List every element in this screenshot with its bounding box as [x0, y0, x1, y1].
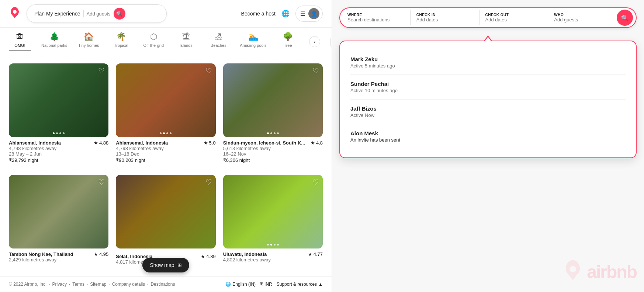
footer-support[interactable]: Support & resources ▲	[277, 282, 323, 287]
where-field[interactable]: Where Search destinations	[342, 10, 410, 25]
guest-status-2: Active 10 minutes ago	[350, 88, 626, 93]
listing-image-3	[223, 63, 323, 137]
listing-row-1: Abiansemal, Indonesia ★ 4.88	[9, 140, 108, 146]
listing-rating-6: ★ 4.77	[308, 251, 323, 257]
search-bar-text: Plan My Experience	[34, 11, 80, 17]
dot-indicators-2	[160, 132, 172, 134]
listing-image-2	[116, 63, 215, 137]
user-menu[interactable]: ☰ 👤	[295, 6, 323, 22]
wishlist-button-5[interactable]: ♡	[205, 178, 212, 186]
guest-name-2: Sunder Pechai	[350, 81, 626, 87]
wishlist-button-2[interactable]: ♡	[205, 67, 212, 74]
listing-card-2[interactable]: ♡ Abiansemal, Indonesia ★ 5.0 4,798 kilo…	[116, 63, 215, 167]
footer-right: 🌐 English (IN) ₹ INR Support & resources…	[225, 282, 323, 287]
listing-rating-1: ★ 4.88	[94, 140, 108, 146]
footer-terms[interactable]: Terms	[72, 282, 84, 287]
checkin-label: Check in	[416, 13, 473, 17]
footer: © 2022 Airbnb, Inc. · Privacy · Terms · …	[0, 276, 332, 292]
category-trees[interactable]: 🌳 Tree	[277, 32, 299, 51]
guest-name-3: Jaff Bizos	[350, 105, 626, 112]
dot	[63, 132, 65, 134]
guest-item-1[interactable]: Mark Zeku Active 5 minutes ago	[350, 50, 626, 75]
footer-company[interactable]: Company details	[112, 282, 145, 287]
guest-item-3[interactable]: Jaff Bizos Active Now	[350, 100, 626, 124]
dot	[59, 132, 61, 134]
footer-privacy[interactable]: Privacy	[52, 282, 67, 287]
who-label: Who	[554, 13, 611, 17]
category-beaches[interactable]: 🏖 Beaches	[207, 32, 229, 51]
guest-name-4: Alon Mesk	[350, 130, 626, 136]
search-submit-button[interactable]: 🔍	[617, 10, 633, 26]
footer-currency[interactable]: ₹ INR	[260, 282, 272, 287]
dot	[270, 132, 272, 134]
checkout-value: Add dates	[485, 17, 542, 22]
category-omg[interactable]: 🏚 OMG!	[9, 32, 31, 51]
wishlist-button-6[interactable]: ♡	[312, 178, 319, 186]
category-omg-label: OMG!	[14, 43, 25, 48]
dot	[56, 132, 58, 134]
listing-row-2: Abiansemal, Indonesia ★ 5.0	[116, 140, 215, 146]
listing-location-2: Abiansemal, Indonesia	[116, 140, 168, 146]
listing-rating-4: ★ 4.95	[94, 251, 108, 257]
footer-language[interactable]: 🌐 English (IN)	[225, 282, 256, 287]
dot	[267, 244, 269, 246]
footer-copyright: © 2022 Airbnb, Inc.	[9, 282, 46, 287]
listing-card-4[interactable]: ♡ Tambon Nong Kae, Thailand ★ 4.95 2,429…	[9, 175, 108, 269]
who-field[interactable]: Who Add guests	[548, 10, 617, 25]
search-submit-icon: 🔍	[621, 14, 629, 21]
listing-card-3[interactable]: ♡ Sindun-myeon, Icheon-si, South K... ★ …	[223, 63, 323, 167]
category-next-arrow[interactable]: ›	[309, 36, 320, 47]
listing-price-1: ₹29,792 night	[9, 157, 108, 163]
airbnb-watermark: airbnb	[562, 259, 637, 285]
language-button[interactable]: 🌐	[281, 10, 290, 18]
guest-invite-link-4[interactable]: An invite has been sent	[350, 137, 626, 143]
footer-sitemap[interactable]: Sitemap	[90, 282, 106, 287]
checkout-field[interactable]: Check out Add dates	[479, 10, 548, 25]
listing-price-2: ₹90,203 night	[116, 157, 215, 163]
category-off-grid-label: Off-the-grid	[143, 43, 164, 48]
category-trees-label: Tree	[284, 43, 292, 48]
listing-card-5[interactable]: ♡ Show map ⊞ Selat, Indonesia ★ 4.89 4,8…	[116, 175, 215, 269]
guest-name-1: Mark Zeku	[350, 56, 626, 62]
checkout-label: Check out	[485, 13, 542, 17]
amazing-pools-icon: 🏊	[248, 32, 258, 42]
wishlist-button-3[interactable]: ♡	[312, 67, 319, 74]
search-bar-divider	[83, 10, 84, 17]
omg-icon: 🏚	[16, 32, 24, 42]
listing-info-2: Abiansemal, Indonesia ★ 5.0 4,798 kilome…	[116, 137, 215, 163]
guest-item-2[interactable]: Sunder Pechai Active 10 minutes ago	[350, 75, 626, 100]
category-islands[interactable]: 🏝 Islands	[175, 32, 197, 51]
become-host-link[interactable]: Become a host	[241, 11, 276, 17]
show-map-button[interactable]: Show map ⊞	[142, 258, 189, 272]
guests-dropdown: Mark Zeku Active 5 minutes ago Sunder Pe…	[339, 41, 637, 158]
category-tropical-label: Tropical	[114, 43, 128, 48]
category-amazing-pools[interactable]: 🏊 Amazing pools	[240, 32, 266, 51]
search-button[interactable]: 🔍	[114, 8, 125, 20]
trees-icon: 🌳	[283, 32, 293, 42]
islands-icon: 🏝	[182, 32, 190, 42]
wishlist-button-1[interactable]: ♡	[98, 67, 105, 74]
listing-location-6: Uluwatu, Indonesia	[223, 251, 267, 257]
airbnb-logo[interactable]	[9, 7, 21, 21]
search-bar[interactable]: Plan My Experience Add guests 🔍	[27, 4, 167, 23]
filters-button[interactable]: ⊟ Filters	[330, 36, 332, 48]
listing-distance-2: 4,798 kilometres away	[116, 146, 215, 151]
wishlist-button-4[interactable]: ♡	[98, 178, 105, 186]
dot	[274, 244, 276, 246]
footer-destinations[interactable]: Destinations	[150, 282, 175, 287]
listing-card-1[interactable]: ♡ Abiansemal, Indonesia ★ 4.88 4,798 kil…	[9, 63, 108, 167]
dot	[270, 244, 272, 246]
checkin-field[interactable]: Check in Add dates	[411, 10, 479, 25]
category-national-parks[interactable]: 🌲 National parks	[41, 32, 67, 51]
guest-item-4[interactable]: Alon Mesk An invite has been sent	[350, 124, 626, 149]
search-bar-guests: Add guests	[87, 11, 111, 17]
category-tiny-homes[interactable]: 🏠 Tiny homes	[77, 32, 100, 51]
category-tropical[interactable]: 🌴 Tropical	[110, 32, 132, 51]
listing-card-6[interactable]: ♡ Uluwatu, Indonesia ★ 4.77 4,802 kilome…	[223, 175, 323, 269]
category-off-grid[interactable]: ⬡ Off-the-grid	[142, 32, 165, 51]
category-beaches-label: Beaches	[211, 43, 226, 48]
beaches-icon: 🏖	[214, 32, 222, 42]
checkin-value: Add dates	[416, 17, 473, 22]
listing-rating-5: ★ 4.89	[201, 254, 215, 259]
show-map-label: Show map	[150, 262, 174, 268]
